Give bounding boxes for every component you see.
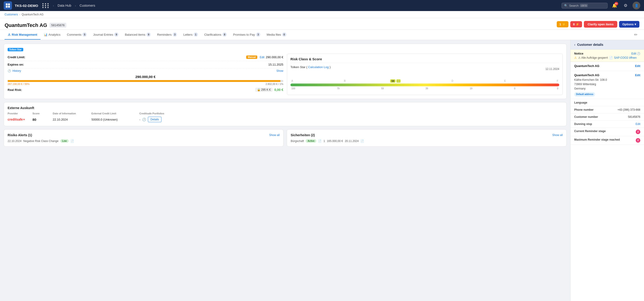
danger-number: 8 — [573, 22, 575, 26]
details-button[interactable]: Details — [148, 117, 162, 122]
max-reminder-badge: 2 — [636, 138, 640, 143]
externe-title: Externe Auskunft — [8, 106, 563, 110]
user-avatar[interactable]: 👤 — [632, 1, 640, 9]
tab-risk-management[interactable]: ⚠ Risk Management — [4, 30, 40, 39]
phone-value: +43 (396) 373-668 — [618, 108, 640, 111]
sicherheiten-docs-icon: 📄 — [318, 139, 322, 143]
company-name-block: QuantumTech AG Edit — [570, 62, 644, 71]
badge-warning-button[interactable]: 1 ⚡ — [557, 21, 568, 27]
sidebar-title: Customer details — [577, 43, 604, 46]
app-logo[interactable] — [4, 1, 12, 10]
reminder-badge: 2 — [636, 130, 640, 134]
notification-bell[interactable]: 🔔 9+ — [610, 1, 619, 10]
lock-badge: 🔒 295 K € — [255, 88, 272, 92]
grade-letters: A B C D E F — [290, 79, 559, 83]
expires-value: 15.11.2025 — [268, 63, 283, 66]
notice-edit[interactable]: Edit 🕐 — [631, 52, 640, 55]
sicherheiten-badge: Active — [306, 139, 316, 143]
collapse-icon: ‹ — [574, 43, 575, 46]
nav-data-hub[interactable]: Data Hub — [58, 4, 71, 7]
risk-icon: ⚠ — [8, 33, 10, 36]
lock-value: 295 K € — [261, 88, 271, 91]
analytics-icon: 📊 — [44, 33, 48, 36]
tab-balanced-items[interactable]: Balanced items 9 — [122, 30, 154, 40]
lock-icon: 🔒 — [257, 88, 260, 91]
sicherheiten-title: Sicherheiten (2) — [291, 133, 315, 137]
tab-bar: ⚠ Risk Management 📊 Analytics Comments 5… — [0, 30, 644, 40]
address-edit[interactable]: Edit — [635, 74, 640, 77]
nav-customers[interactable]: Customers — [80, 4, 95, 7]
sicherheiten-row: Bürgschaft Active 📄 1 165.000,00 € 20.11… — [291, 139, 563, 143]
sicherheiten-action-icon[interactable]: 📄 — [360, 139, 364, 143]
nav-separator: › — [53, 4, 54, 7]
history-row[interactable]: 🕐 History Show — [8, 69, 283, 72]
apps-grid[interactable] — [42, 3, 49, 8]
tab-analytics[interactable]: 📊 Analytics — [40, 30, 64, 39]
tab-clarifications[interactable]: Clarifications 8 — [201, 30, 230, 40]
page-title: QuantumTech AG — [4, 22, 47, 28]
settings-button[interactable]: ⚙ — [622, 1, 630, 10]
externe-actions: - 🕐 Details — [139, 117, 563, 122]
notice-text: ⚠ ⚠ Alle Aufträge gesperrt 📄 SAP:COO2 öf… — [574, 56, 640, 59]
dunning-stop-row: Dunning stop Edit — [570, 121, 644, 128]
address-block: QuantumTech AG Edit Käthe-Kernchen-Str. … — [570, 71, 644, 99]
calculation-log-link[interactable]: Calculation Log — [308, 65, 329, 69]
score-value-marker: 59 — [390, 79, 395, 83]
sicherheiten-amount: 165.000,00 € — [327, 139, 343, 143]
alert-text: Negative Risk Class Change — [23, 139, 58, 143]
expires-label: Expires on: — [8, 63, 24, 66]
credit-limit-value: 290.000,00 € — [266, 55, 283, 59]
credit-limit-edit[interactable]: Edit — [260, 56, 264, 59]
credit-info-panel: Credit Limit: Manual Edit 290.000,00 € E… — [8, 54, 283, 95]
breadcrumb-sep: › — [19, 13, 20, 16]
options-label: Options — [622, 22, 634, 26]
expires-row: Expires on: 15.11.2025 — [8, 61, 283, 68]
notice-header: Notice Edit 🕐 — [574, 52, 640, 55]
tab-media-files[interactable]: Media files 0 — [264, 30, 290, 40]
notification-count: 9+ — [614, 2, 618, 5]
address-country: Germany — [574, 86, 640, 91]
options-button[interactable]: Options ▾ — [619, 21, 640, 28]
nav-separator2: › — [75, 4, 76, 7]
alerts-show-all[interactable]: Show all — [269, 133, 280, 137]
tab-promises-to-pay[interactable]: Promises to Pay 3 — [230, 30, 264, 40]
tab-edit-icon[interactable]: ✏ — [632, 30, 640, 39]
breadcrumb-customers[interactable]: Customers — [4, 13, 18, 16]
header-portfolios: Creditsafe Portfolios — [139, 112, 563, 115]
notice-edit-label: Edit — [631, 52, 636, 55]
tab-reminders[interactable]: Reminders 3 — [154, 30, 180, 40]
main-layout: Tolken Star Credit Limit: Manual Edit 29… — [0, 40, 644, 301]
tab-letters[interactable]: Letters 1 — [180, 30, 201, 40]
dunning-edit[interactable]: Edit — [636, 122, 640, 126]
externe-score: 80 — [32, 118, 51, 121]
notice-title: Notice — [574, 52, 584, 55]
progress-bar-fill — [8, 80, 280, 82]
clarify-open-items-button[interactable]: Clarify open items — [584, 21, 617, 28]
address-street: Käthe-Kernchen-Str. 108.0 — [574, 78, 640, 82]
history-icon[interactable]: 🕐 — [142, 118, 146, 121]
history-show[interactable]: Show — [276, 69, 283, 72]
default-address-badge: Default address — [574, 92, 595, 97]
search-bar[interactable]: 🔍 Search ctrl b — [562, 3, 608, 8]
sicherheiten-show-all[interactable]: Show all — [552, 133, 563, 137]
risiko-alerts-card: Risiko Alerts (1) Show all 22.10.2024 Ne… — [4, 129, 284, 147]
sap-link[interactable]: SAP:COO2 öffnen — [614, 56, 637, 59]
tab-journal-entries[interactable]: Journal Entries 9 — [90, 30, 122, 40]
language-row: Language — [570, 99, 644, 106]
sicherheiten-header: Sicherheiten (2) Show all — [291, 133, 563, 137]
risk-class-title: Risk Class & Score — [290, 57, 559, 61]
address-company: QuantumTech AG — [574, 73, 599, 77]
tab-comments[interactable]: Comments 5 — [64, 30, 90, 40]
top-navigation: TKS-02-DEMO › Data Hub › Customers 🔍 Sea… — [0, 0, 644, 11]
score-bar-area: A B C D E F 59 — [290, 79, 559, 90]
company-name-edit[interactable]: Edit — [635, 64, 640, 68]
badge-danger-button[interactable]: 8 ⚡ — [570, 21, 582, 27]
page-header: QuantumTech AG 58145876 1 ⚡ 8 ⚡ Clarify … — [0, 18, 644, 30]
sidebar-header[interactable]: ‹ Customer details — [570, 40, 644, 49]
tolken-star-badge: Tolken Star — [8, 48, 23, 51]
alert-action-icon[interactable]: 📄 — [70, 139, 74, 143]
header-credit-limit: External Credit Limit — [92, 112, 138, 115]
search-placeholder: Search — [569, 4, 578, 7]
notice-box: Notice Edit 🕐 ⚠ ⚠ Alle Aufträge gesperrt… — [570, 49, 644, 62]
customer-id-badge: 58145876 — [50, 23, 66, 28]
